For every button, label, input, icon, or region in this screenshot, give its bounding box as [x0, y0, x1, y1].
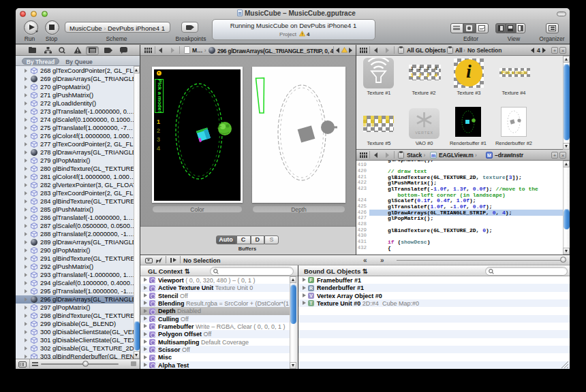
svg-text:VERTEX: VERTEX — [415, 131, 433, 135]
svg-text:!: ! — [302, 32, 303, 36]
